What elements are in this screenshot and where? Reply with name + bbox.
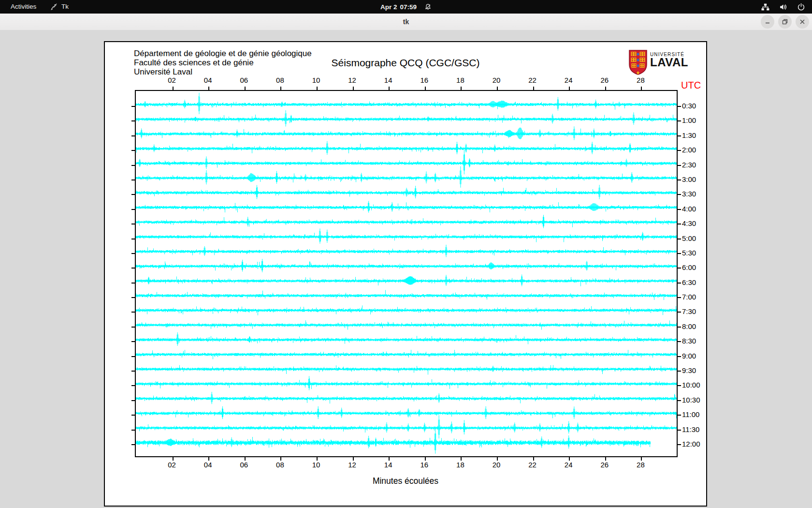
row-tick-left	[131, 341, 136, 342]
window-titlebar[interactable]: tk	[0, 14, 812, 30]
row-tick-right	[677, 209, 681, 210]
x-tick-label-bottom: 18	[456, 461, 464, 469]
row-tick-right	[677, 430, 681, 431]
row-time-label: 6:30	[682, 278, 696, 286]
x-tick-label-top: 24	[565, 76, 573, 84]
network-wired-icon	[761, 3, 769, 11]
row-tick-left	[131, 179, 136, 180]
row-tick-right	[677, 150, 681, 151]
x-tick-label-bottom: 10	[312, 461, 320, 469]
x-tick-top	[173, 87, 174, 91]
dnd-bell-slash-icon	[424, 3, 432, 11]
laval-shield-icon	[628, 50, 648, 77]
row-tick-right	[677, 253, 681, 254]
row-tick-left	[131, 135, 136, 136]
row-time-label: 5:00	[682, 234, 696, 242]
x-tick-bottom	[569, 456, 570, 461]
x-tick-top	[425, 87, 426, 91]
row-time-label: 11:00	[682, 410, 699, 418]
row-tick-right	[677, 239, 681, 239]
row-time-label: 6:00	[682, 263, 696, 271]
row-tick-left	[131, 400, 136, 401]
row-tick-left	[131, 444, 136, 445]
x-tick-label-bottom: 20	[493, 461, 501, 469]
x-tick-bottom	[173, 456, 174, 461]
x-tick-bottom	[605, 456, 606, 461]
x-tick-bottom	[208, 456, 209, 461]
clock[interactable]: Apr 2 07:59	[0, 0, 812, 14]
x-tick-top	[208, 87, 209, 91]
row-tick-left	[131, 356, 136, 357]
seismogram-plot-area	[135, 90, 678, 457]
row-tick-right	[677, 444, 681, 445]
row-tick-right	[677, 415, 681, 416]
row-tick-left	[131, 312, 136, 313]
seismogram-traces	[136, 91, 677, 456]
x-tick-bottom	[353, 456, 354, 461]
row-tick-left	[131, 165, 136, 166]
row-tick-right	[677, 224, 681, 224]
x-tick-label-top: 02	[168, 76, 176, 84]
x-tick-label-bottom: 08	[276, 461, 284, 469]
x-tick-label-bottom: 24	[565, 461, 573, 469]
row-tick-right	[677, 179, 681, 180]
system-status-area[interactable]	[761, 0, 805, 14]
x-tick-label-top: 06	[240, 76, 248, 84]
row-tick-right	[677, 371, 681, 372]
volume-icon	[779, 3, 787, 11]
laval-logo-text: UNIVERSITÉ LAVAL	[650, 50, 688, 68]
seismograph-canvas: Département de géologie et de génie géol…	[104, 41, 707, 507]
row-time-label: 2:30	[682, 160, 696, 168]
row-tick-right	[677, 312, 681, 313]
minimize-button[interactable]	[761, 15, 774, 29]
row-tick-right	[677, 327, 681, 328]
row-time-label: 7:00	[682, 293, 696, 301]
x-tick-label-top: 16	[420, 76, 428, 84]
row-tick-left	[131, 385, 136, 386]
row-time-label: 9:30	[682, 366, 696, 374]
row-tick-left	[131, 120, 136, 121]
x-tick-top	[533, 87, 534, 91]
row-tick-left	[131, 371, 136, 372]
x-tick-bottom	[497, 456, 498, 461]
row-time-label: 8:30	[682, 337, 696, 345]
x-tick-bottom	[425, 456, 426, 461]
close-button[interactable]	[796, 15, 809, 29]
row-time-label: 10:00	[682, 381, 700, 389]
maximize-button[interactable]	[778, 15, 792, 29]
row-time-label: 3:30	[682, 190, 696, 198]
row-time-label: 10:30	[682, 395, 700, 403]
row-tick-right	[677, 283, 681, 284]
gnome-top-bar: Activities Tk Apr 2 07:59	[0, 0, 812, 14]
row-time-label: 4:00	[682, 204, 696, 212]
x-tick-bottom	[533, 456, 534, 461]
row-time-label: 1:00	[682, 116, 696, 124]
x-tick-bottom	[317, 456, 318, 461]
window-title: tk	[0, 14, 812, 30]
x-tick-bottom	[245, 456, 246, 461]
row-time-label: 2:00	[682, 146, 696, 154]
row-time-label: 0:30	[682, 102, 696, 110]
row-tick-left	[131, 239, 136, 239]
row-tick-left	[131, 297, 136, 298]
row-tick-right	[677, 106, 681, 107]
laval-logo-line-2: LAVAL	[650, 57, 688, 68]
x-tick-top	[280, 87, 281, 91]
x-tick-top	[641, 87, 642, 91]
x-tick-top	[353, 87, 354, 91]
row-tick-left	[131, 430, 136, 431]
x-tick-top	[569, 87, 570, 91]
x-tick-bottom	[641, 456, 642, 461]
x-tick-label-top: 20	[493, 76, 501, 84]
x-tick-label-bottom: 22	[528, 461, 536, 469]
x-tick-top	[317, 87, 318, 91]
x-tick-top	[389, 87, 390, 91]
window-controls	[761, 15, 809, 29]
row-tick-left	[131, 415, 136, 416]
x-tick-label-bottom: 06	[240, 461, 248, 469]
x-tick-label-top: 14	[384, 76, 392, 84]
x-tick-label-top: 08	[276, 76, 284, 84]
row-tick-left	[131, 283, 136, 284]
x-tick-label-top: 18	[456, 76, 464, 84]
x-tick-top	[245, 87, 246, 91]
